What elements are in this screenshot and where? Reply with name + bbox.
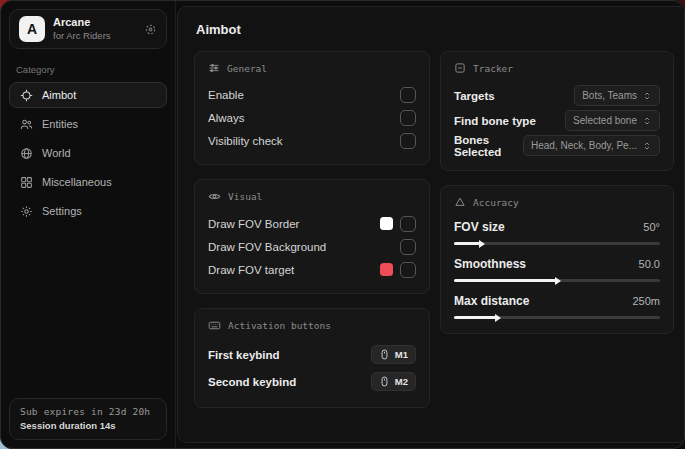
bones-selected-dropdown[interactable]: Head, Neck, Body, Pe... [523, 135, 660, 156]
category-label: Category [16, 64, 160, 75]
smoothness-slider[interactable] [454, 279, 660, 282]
card-title: Tracker [473, 63, 513, 74]
setting-row-enable: Enable [208, 83, 416, 106]
slider-handle[interactable] [479, 240, 485, 248]
sidebar-item-label: Entities [42, 118, 78, 130]
sync-icon[interactable] [144, 23, 157, 36]
visual-card: Visual Draw FOV Border Draw FOV Backgrou… [194, 179, 430, 294]
visibility-check-checkbox[interactable] [400, 133, 416, 149]
mouse-icon [379, 349, 390, 360]
mouse-icon [379, 376, 390, 387]
subscription-card: Sub expires in 23d 20h Session duration … [9, 398, 167, 440]
setting-row-max-distance: Max distance 250m [454, 291, 660, 319]
sidebar-item-aimbot[interactable]: Aimbot [9, 82, 167, 108]
general-card: General Enable Always Visibility check [194, 51, 430, 165]
app-window: A Arcane for Arc Riders Category Aimbot … [0, 0, 685, 449]
logo-card: A Arcane for Arc Riders [9, 9, 167, 49]
setting-row-visibility-check: Visibility check [208, 129, 416, 152]
chevrons-up-down-icon [642, 116, 652, 126]
setting-row-always: Always [208, 106, 416, 129]
second-keybind-button[interactable]: M2 [371, 372, 416, 391]
max-distance-slider[interactable] [454, 316, 660, 319]
accuracy-card: Accuracy FOV size 50° [440, 185, 674, 334]
setting-row-second-keybind: Second keybind M2 [208, 368, 416, 395]
sidebar-item-world[interactable]: World [9, 140, 167, 166]
page-title: Aimbot [196, 22, 674, 37]
users-icon [20, 118, 33, 131]
app-title: Arcane [53, 16, 136, 30]
sidebar-item-entities[interactable]: Entities [9, 111, 167, 137]
tracker-card: Tracker Targets Bots, Teams [440, 51, 674, 171]
enable-checkbox[interactable] [400, 87, 416, 103]
sidebar-item-label: Aimbot [42, 89, 76, 101]
draw-fov-border-checkbox[interactable] [400, 216, 416, 232]
sliders-icon [208, 62, 220, 74]
eye-icon [208, 190, 221, 203]
setting-row-draw-fov-border: Draw FOV Border [208, 212, 416, 235]
card-title: Accuracy [473, 197, 519, 208]
crosshair-icon [20, 89, 33, 102]
targets-dropdown[interactable]: Bots, Teams [574, 85, 660, 106]
activation-buttons-card: Activation buttons First keybind M1 [194, 308, 430, 408]
setting-row-draw-fov-background: Draw FOV Background [208, 235, 416, 258]
app-subtitle: for Arc Riders [53, 30, 136, 42]
sidebar-item-label: Settings [42, 205, 82, 217]
gear-icon [20, 205, 33, 218]
sidebar-item-settings[interactable]: Settings [9, 198, 167, 224]
setting-row-targets: Targets Bots, Teams [454, 83, 660, 108]
fov-target-color-swatch[interactable] [380, 263, 393, 276]
setting-row-find-bone-type: Find bone type Selected bone [454, 108, 660, 133]
setting-row-smoothness: Smoothness 50.0 [454, 254, 660, 282]
sub-expiry-text: Sub expires in 23d 20h [20, 406, 156, 417]
smoothness-value: 50.0 [639, 258, 660, 270]
app-logo: A [19, 16, 45, 42]
sidebar-item-label: World [42, 147, 71, 159]
fov-size-value: 50° [643, 221, 660, 233]
triangle-icon [454, 196, 466, 208]
setting-row-fov-size: FOV size 50° [454, 217, 660, 245]
card-title: Visual [228, 191, 262, 202]
setting-row-draw-fov-target: Draw FOV target [208, 258, 416, 281]
fov-border-color-swatch[interactable] [380, 217, 393, 230]
max-distance-value: 250m [632, 295, 660, 307]
globe-icon [20, 147, 33, 160]
fov-size-slider[interactable] [454, 242, 660, 245]
setting-row-bones-selected: Bones Selected Head, Neck, Body, Pe... [454, 133, 660, 158]
first-keybind-button[interactable]: M1 [371, 345, 416, 364]
chevrons-up-down-icon [642, 141, 652, 151]
setting-row-first-keybind: First keybind M1 [208, 341, 416, 368]
sidebar-item-miscellaneous[interactable]: Miscellaneous [9, 169, 167, 195]
always-checkbox[interactable] [400, 110, 416, 126]
sidebar: A Arcane for Arc Riders Category Aimbot … [1, 1, 176, 448]
keyboard-icon [208, 319, 221, 332]
slider-handle[interactable] [495, 314, 501, 322]
card-title: General [227, 63, 267, 74]
find-bone-type-dropdown[interactable]: Selected bone [565, 110, 660, 131]
grid-icon [20, 176, 33, 189]
focus-icon [454, 62, 466, 74]
main-area: Aimbot General Enable [176, 1, 685, 448]
card-title: Activation buttons [228, 320, 331, 331]
draw-fov-target-checkbox[interactable] [400, 262, 416, 278]
session-duration-text: Session duration 14s [20, 420, 156, 431]
main-panel: Aimbot General Enable [177, 6, 685, 443]
chevrons-up-down-icon [642, 91, 652, 101]
sidebar-item-label: Miscellaneous [42, 176, 112, 188]
slider-handle[interactable] [555, 277, 561, 285]
draw-fov-background-checkbox[interactable] [400, 239, 416, 255]
